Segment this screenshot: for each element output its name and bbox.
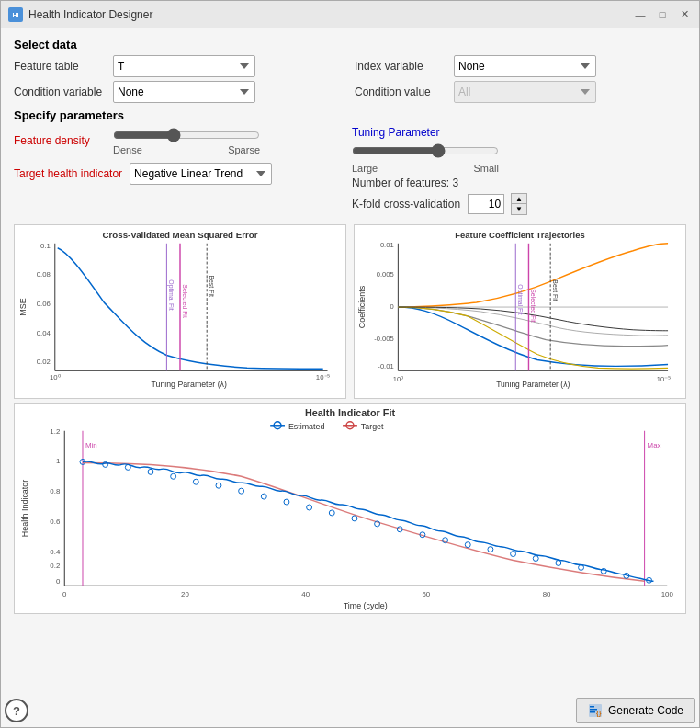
svg-text:Estimated: Estimated [288,422,324,431]
titlebar: HI Health Indicator Designer — □ ✕ [1,1,699,28]
svg-text:1: 1 [56,457,61,465]
num-features-display: Number of features: 3 [352,176,686,189]
svg-text:10⁻⁵: 10⁻⁵ [316,373,331,381]
svg-point-89 [579,564,584,570]
tuning-param-slider[interactable] [352,142,499,160]
svg-point-86 [511,552,516,557]
svg-text:0: 0 [390,302,393,311]
svg-text:10⁻⁵: 10⁻⁵ [657,375,671,383]
svg-text:Selected Fit: Selected Fit [530,289,536,323]
svg-point-85 [488,547,493,552]
svg-text:0.4: 0.4 [50,548,61,556]
svg-text:{}: {} [596,710,602,717]
feature-density-labels: Dense Sparse [113,144,260,155]
svg-text:Feature Coefficient Trajectori: Feature Coefficient Trajectories [455,230,584,240]
svg-text:0.02: 0.02 [37,358,51,366]
svg-point-87 [533,556,538,562]
feature-table-row: Feature table T [14,55,345,77]
condition-value-label: Condition value [355,85,446,98]
tuning-section: Tuning Parameter Large Small Number of f… [352,126,686,189]
num-features-value: 3 [452,176,458,189]
svg-text:Best Fit: Best Fit [552,279,559,301]
svg-point-88 [556,561,561,566]
target-hi-label: Target health indicator [14,167,122,180]
generate-code-button[interactable]: {} Generate Code [576,698,695,723]
svg-text:100: 100 [661,590,674,598]
main-window: HI Health Indicator Designer — □ ✕ Selec… [0,0,700,728]
svg-point-77 [307,505,312,510]
index-variable-row: Index variable None [355,55,686,77]
svg-text:-0.005: -0.005 [374,335,393,343]
feature-table-label: Feature table [14,60,106,73]
feature-table-select[interactable]: T [113,55,255,77]
svg-text:0.005: 0.005 [377,270,394,279]
svg-text:0.01: 0.01 [380,241,394,249]
coeff-chart: Feature Coefficient Trajectories Coeffic… [354,224,686,399]
svg-text:0.04: 0.04 [37,329,51,337]
svg-text:80: 80 [543,590,551,598]
svg-text:Optimal Fit: Optimal Fit [516,284,524,315]
generate-code-icon: {} [588,703,603,718]
kfold-spinner: ▲ ▼ [511,193,527,215]
svg-point-69 [125,464,130,470]
kfold-input[interactable] [468,194,504,214]
condition-variable-row: Condition variable None [14,81,345,103]
svg-point-71 [171,473,176,479]
help-button[interactable]: ? [5,699,28,722]
svg-text:0.8: 0.8 [50,487,61,495]
bottom-bar: ? {} Generate Code [1,692,699,727]
params-grid: Feature density Dense Sparse Target heal… [14,126,686,215]
svg-text:Selected Fit: Selected Fit [182,284,188,318]
window-controls: — □ ✕ [633,7,692,22]
svg-text:40: 40 [301,590,310,598]
kfold-up-arrow[interactable]: ▲ [512,194,526,204]
svg-text:1.2: 1.2 [50,427,60,436]
minimize-button[interactable]: — [633,7,648,22]
svg-text:10⁰: 10⁰ [393,375,403,383]
tuning-max: Small [473,163,499,174]
svg-text:0: 0 [62,590,67,598]
feature-density-row: Feature density Dense Sparse [14,126,348,155]
condition-value-row: Condition value All [355,81,686,103]
target-hi-select[interactable]: Negative Linear Trend Positive Linear Tr… [130,163,272,185]
svg-text:0: 0 [56,577,61,586]
svg-rect-94 [590,706,594,708]
index-variable-select[interactable]: None [454,55,596,77]
feature-density-label: Feature density [14,134,106,147]
right-params: Tuning Parameter Large Small Number of f… [352,126,686,215]
svg-text:Optimal Fit: Optimal Fit [167,279,175,311]
condition-value-select[interactable]: All [454,81,596,103]
close-button[interactable]: ✕ [677,7,692,22]
svg-point-72 [193,479,198,484]
svg-point-78 [329,510,334,516]
svg-text:Cross-Validated Mean Squared E: Cross-Validated Mean Squared Error [103,230,258,240]
svg-point-84 [465,542,470,548]
svg-text:Health Indicator: Health Indicator [20,480,29,537]
svg-point-70 [148,469,153,474]
tuning-slider-labels: Large Small [352,163,499,174]
svg-text:20: 20 [181,590,189,598]
svg-point-73 [216,483,221,488]
feature-density-max: Sparse [228,144,260,155]
svg-text:0.6: 0.6 [50,518,61,526]
feature-density-slider-container: Dense Sparse [113,126,260,155]
condition-variable-select[interactable]: None [113,81,255,103]
tuning-min: Large [352,163,378,174]
svg-text:Best Fit: Best Fit [209,275,215,297]
feature-density-slider[interactable] [113,126,260,144]
svg-text:MSE: MSE [18,298,28,315]
svg-point-75 [261,494,266,499]
maximize-button[interactable]: □ [655,7,670,22]
svg-point-74 [239,488,244,494]
specify-params-title: Specify parameters [14,108,686,122]
kfold-down-arrow[interactable]: ▼ [512,204,526,214]
left-params: Feature density Dense Sparse Target heal… [14,126,348,215]
svg-text:Coefficients: Coefficients [358,285,367,328]
svg-text:Tuning Parameter (λ): Tuning Parameter (λ) [496,380,570,389]
svg-rect-96 [590,711,595,713]
index-variable-label: Index variable [355,60,446,73]
svg-text:Time (cycle): Time (cycle) [344,601,388,610]
svg-text:Tuning Parameter (λ): Tuning Parameter (λ) [152,380,227,389]
svg-point-79 [352,516,357,521]
mse-chart: Cross-Validated Mean Squared Error MSE 0… [14,224,346,399]
